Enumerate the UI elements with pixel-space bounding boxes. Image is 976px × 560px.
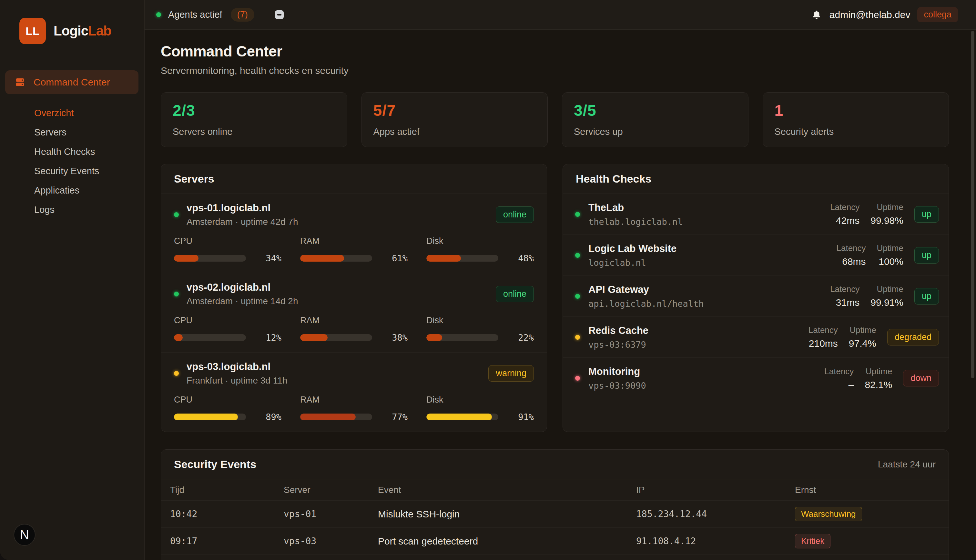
sidebar: LL LogicLab Command Center OverzichtServ… [0,0,145,560]
sidebar-item-servers[interactable]: Servers [5,123,138,142]
meter-disk: Disk91% [426,395,534,422]
meter-ram: RAM61% [300,236,408,263]
severity-badge: Kritiek [795,534,831,548]
health-identity: Monitoringvps-03:9090 [588,366,646,391]
meter-label: RAM [300,315,408,325]
health-name: TheLab [588,202,683,213]
notification-bell-icon[interactable] [811,9,822,20]
event-severity-cell: Waarschuwing [795,507,939,521]
server-meters: CPU12%RAM38%Disk22% [174,315,534,343]
topbar: Agents actief (7) admin@thelab.dev colle… [145,0,976,30]
stat-value: 5/7 [374,102,536,119]
server-row-top: vps-03.logiclab.nlFrankfurt · uptime 3d … [174,361,534,386]
meter-cpu: CPU12% [174,315,282,343]
meter-bar-row: 12% [174,333,282,343]
latency-metric: Latency– [824,367,854,390]
server-identity: vps-01.logiclab.nlAmsterdam · uptime 42d… [187,202,298,227]
sidebar-item-logs[interactable]: Logs [5,200,138,219]
collapse-icon[interactable] [275,10,284,19]
health-name: Logic Lab Website [588,243,676,255]
sidebar-item-applicaties[interactable]: Applicaties [5,181,138,200]
server-name: vps-03.logiclab.nl [187,361,287,373]
server-stack-icon [15,77,25,87]
meter-fill [174,334,183,341]
server-meters: CPU34%RAM61%Disk48% [174,236,534,263]
meter-track [426,255,498,262]
latency-metric: Latency210ms [809,325,838,349]
meter-cpu: CPU89% [174,395,282,422]
stat-label: Services up [574,127,736,137]
security-table-header: TijdServerEventIPErnst [161,479,949,501]
event-description: Port scan gedetecteerd [378,536,636,547]
meter-disk: Disk48% [426,236,534,263]
health-status-dot [575,212,580,217]
sidebar-item-overzicht[interactable]: Overzicht [5,103,138,123]
health-target: vps-03:6379 [588,340,648,350]
latency-value: – [824,379,854,390]
servers-panel-header: Servers [161,164,547,194]
stat-card: 5/7Apps actief [362,92,548,147]
server-list: vps-01.logiclab.nlAmsterdam · uptime 42d… [161,194,547,432]
health-panel-header: Health Checks [563,164,949,194]
latency-metric: Latency31ms [830,284,859,308]
page-title: Command Center [161,43,949,60]
server-meters: CPU89%RAM77%Disk91% [174,395,534,422]
stat-card: 2/3Servers online [161,92,347,147]
meter-percent: 34% [254,253,282,263]
meter-fill [426,413,492,420]
security-column-event: Event [378,485,636,495]
health-name: Redis Cache [588,325,648,337]
meter-percent: 91% [507,412,534,422]
meter-bar-row: 48% [426,253,534,263]
latency-label: Latency [830,202,859,212]
health-panel-title: Health Checks [576,173,651,185]
agents-status-dot [156,12,161,17]
latency-value: 31ms [830,297,859,308]
security-event-row: 10:42vps-01Mislukte SSH-login185.234.12.… [161,501,949,528]
security-range-label: Laatste 24 uur [878,459,936,470]
security-panel-header: Security Events Laatste 24 uur [161,450,949,479]
topbar-right: admin@thelab.dev collega [811,7,958,22]
security-column-ernst: Ernst [795,485,939,495]
meter-track [426,413,498,420]
sidebar-item-command-center[interactable]: Command Center [5,70,138,94]
uptime-label: Uptime [871,284,903,294]
meter-track [300,413,372,420]
agents-count-badge: (7) [231,8,254,22]
uptime-metric: Uptime99.98% [871,202,903,226]
nextjs-badge-button[interactable]: N [13,524,35,546]
security-panel-title: Security Events [174,458,256,471]
meter-ram: RAM38% [300,315,408,343]
meter-percent: 22% [507,333,534,343]
health-identity: Logic Lab Websitelogiclab.nl [588,243,676,268]
latency-label: Latency [824,367,854,377]
server-status-badge: warning [488,365,534,382]
event-description: Mislukte SSH-login [378,509,636,520]
server-meta: Amsterdam · uptime 42d 7h [187,217,298,227]
brand-name-primary: Logic [53,23,88,38]
severity-badge: Waarschuwing [795,507,862,521]
health-metrics: Latency–Uptime82.1%down [824,367,939,390]
uptime-metric: Uptime97.4% [849,325,876,349]
meter-track [300,334,372,341]
server-row: vps-01.logiclab.nlAmsterdam · uptime 42d… [161,194,547,273]
server-status-dot [174,292,179,297]
security-column-ip: IP [636,485,795,495]
meter-label: Disk [426,395,534,405]
stat-value: 1 [774,102,937,119]
vertical-scrollbar-thumb[interactable] [971,31,974,378]
meter-fill [300,334,328,341]
uptime-value: 97.4% [849,338,876,349]
app-window: LL LogicLab Command Center OverzichtServ… [0,0,976,560]
user-role-badge: collega [917,7,958,22]
latency-label: Latency [837,243,866,253]
page-subtitle: Servermonitoring, health checks en secur… [161,65,949,76]
server-row: vps-03.logiclab.nlFrankfurt · uptime 3d … [161,353,547,432]
uptime-metric: Uptime99.91% [871,284,903,308]
health-status-badge: degraded [887,329,939,345]
meter-fill [174,413,238,420]
health-check-row: API Gatewayapi.logiclab.nl/healthLatency… [563,276,949,317]
sidebar-item-health-checks[interactable]: Health Checks [5,142,138,161]
meter-bar-row: 34% [174,253,282,263]
sidebar-item-security-events[interactable]: Security Events [5,161,138,181]
